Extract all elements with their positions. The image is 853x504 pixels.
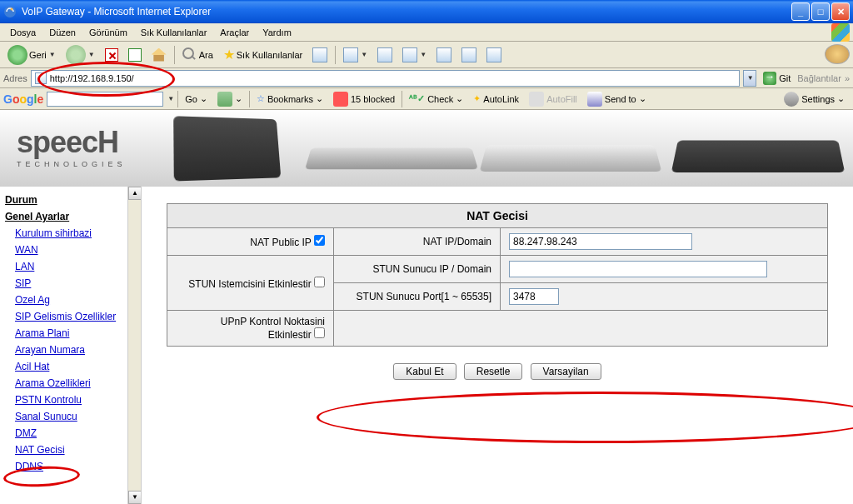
gear-icon — [784, 92, 799, 107]
sendto-button[interactable]: Send to⌄ — [584, 92, 650, 107]
menu-help[interactable]: Yardım — [256, 26, 298, 39]
sidebar-scrollbar[interactable]: ▲ ▼ — [127, 187, 141, 504]
edit-icon — [402, 47, 417, 62]
stun-server-port-label: STUN Sunucu Port[1 ~ 65535] — [334, 283, 501, 311]
autofill-icon — [529, 92, 544, 107]
device-image — [305, 148, 478, 170]
links-label[interactable]: Bağlantılar — [797, 73, 841, 83]
google-pagerank[interactable]: ⌄ — [214, 92, 246, 107]
address-url: http://192.168.9.150/ — [50, 73, 134, 83]
discuss-icon — [436, 47, 451, 62]
home-icon — [152, 48, 167, 62]
menu-tools[interactable]: Araçlar — [213, 26, 256, 39]
stun-client-checkbox[interactable] — [314, 277, 325, 287]
refresh-button[interactable] — [124, 46, 146, 64]
forward-button[interactable]: ▼ — [62, 42, 99, 67]
throbber-icon — [825, 44, 850, 64]
svg-point-0 — [4, 6, 16, 17]
google-logo: Google — [3, 92, 43, 106]
popup-blocker-button[interactable]: 15 blocked — [330, 92, 398, 107]
stun-server-ip-input[interactable] — [509, 261, 767, 277]
history-icon — [312, 47, 327, 62]
device-image — [480, 145, 662, 172]
back-button[interactable]: Geri ▼ — [3, 42, 60, 67]
chevron-down-icon: ▼ — [49, 51, 56, 58]
sidebar-item-acil[interactable]: Acil Hat — [3, 358, 137, 375]
sidebar-item-nat[interactable]: NAT Gecisi — [3, 442, 137, 458]
sidebar-item-arama[interactable]: Arama Plani — [3, 325, 137, 342]
menu-view[interactable]: Görünüm — [82, 26, 134, 39]
research-icon — [461, 47, 476, 62]
nat-config-table: NAT Gecisi NAT Public IP NAT IP/Domain S… — [167, 203, 828, 347]
address-bar: Adres http://192.168.9.150/ ▼ Git Bağlan… — [0, 68, 853, 88]
messenger-button[interactable] — [482, 45, 506, 65]
address-input[interactable]: http://192.168.9.150/ — [31, 70, 740, 87]
menu-favorites[interactable]: Sık Kullanılanlar — [134, 26, 214, 39]
sidebar-item-kurulum[interactable]: Kurulum sihirbazi — [3, 225, 137, 242]
discuss-button[interactable] — [432, 45, 456, 65]
sidebar-item-ddns[interactable]: DDNS — [3, 458, 137, 475]
sidebar-item-pstn[interactable]: PSTN Kontrolu — [3, 392, 137, 408]
favorites-button[interactable]: ★ Sık Kullanılanlar — [219, 44, 307, 65]
main-toolbar: Geri ▼ ▼ Ara ★ Sık Kullanılanlar ▼ ▼ — [0, 42, 853, 68]
close-button[interactable]: ✕ — [831, 2, 850, 21]
sidebar-item-sipadv[interactable]: SIP Gelismis Ozellikler — [3, 308, 137, 325]
sidebar-item-lan[interactable]: LAN — [3, 258, 137, 275]
research-button[interactable] — [457, 45, 481, 65]
sidebar-item-sip[interactable]: SIP — [3, 275, 137, 292]
sidebar: Durum Genel Ayarlar Kurulum sihirbazi WA… — [0, 187, 142, 504]
sidebar-item-arayan[interactable]: Arayan Numara — [3, 342, 137, 358]
sidebar-heading-durum[interactable]: Durum — [3, 192, 137, 208]
refresh-icon — [128, 48, 142, 62]
address-dropdown[interactable]: ▼ — [743, 70, 756, 87]
scroll-up-button[interactable]: ▲ — [128, 187, 142, 200]
menu-file[interactable]: Dosya — [3, 26, 42, 39]
menubar: Dosya Düzen Görünüm Sık Kullanılanlar Ar… — [0, 23, 853, 42]
go-icon — [763, 72, 776, 85]
sidebar-item-ozelag[interactable]: Ozel Ag — [3, 292, 137, 308]
scroll-down-button[interactable]: ▼ — [128, 491, 142, 504]
home-button[interactable] — [147, 46, 171, 64]
maximize-button[interactable]: □ — [811, 2, 830, 21]
highlight-ellipse — [317, 392, 853, 443]
edit-button[interactable]: ▼ — [398, 45, 431, 65]
autofill-button[interactable]: AutoFill — [526, 92, 581, 107]
mail-button[interactable]: ▼ — [339, 45, 372, 65]
stun-server-port-input[interactable] — [509, 288, 559, 305]
go-button[interactable]: Git — [760, 72, 794, 85]
brand-logo: speecH — [17, 125, 127, 160]
google-search-input[interactable] — [47, 92, 163, 107]
autolink-button[interactable]: ✦ AutoLink — [470, 93, 522, 104]
history-button[interactable] — [308, 45, 332, 65]
nat-ip-domain-input[interactable] — [509, 233, 692, 250]
default-button[interactable]: Varsayilan — [531, 363, 601, 380]
stop-icon — [105, 48, 118, 62]
sidebar-item-aramaoz[interactable]: Arama Ozellikleri — [3, 375, 137, 392]
accept-button[interactable]: Kabul Et — [393, 363, 456, 380]
stop-button[interactable] — [101, 46, 122, 64]
nat-public-ip-checkbox[interactable] — [314, 235, 325, 246]
product-banner: speecH TECHNOLOGIES — [0, 110, 853, 187]
bookmarks-button[interactable]: ☆ Bookmarks⌄ — [253, 93, 327, 104]
spellcheck-button[interactable]: ᴬᴮ✓ Check ⌄ — [406, 93, 466, 104]
upnp-checkbox[interactable] — [314, 327, 325, 338]
star-icon: ★ — [223, 47, 235, 62]
nat-public-ip-label: NAT Public IP — [250, 237, 311, 248]
print-button[interactable] — [373, 45, 397, 65]
back-icon — [7, 45, 27, 65]
reset-button[interactable]: Resetle — [464, 363, 523, 380]
mail-icon — [343, 47, 358, 62]
sidebar-item-dmz[interactable]: DMZ — [3, 425, 137, 442]
stun-server-ip-label: STUN Sunucu IP / Domain — [334, 256, 501, 283]
search-button[interactable]: Ara — [178, 45, 217, 65]
sidebar-heading-genel[interactable]: Genel Ayarlar — [3, 208, 137, 225]
ie-app-icon — [3, 5, 17, 18]
menu-edit[interactable]: Düzen — [42, 26, 82, 39]
block-icon — [333, 92, 348, 107]
google-settings-button[interactable]: Settings⌄ — [784, 92, 850, 107]
upnp-label: UPnP Kontrol Noktasini Etkinlestir — [221, 316, 325, 341]
sidebar-item-wan[interactable]: WAN — [3, 242, 137, 258]
google-go-button[interactable]: Go ⌄ — [182, 93, 211, 104]
minimize-button[interactable]: _ — [791, 2, 810, 21]
sidebar-item-sanal[interactable]: Sanal Sunucu — [3, 408, 137, 425]
